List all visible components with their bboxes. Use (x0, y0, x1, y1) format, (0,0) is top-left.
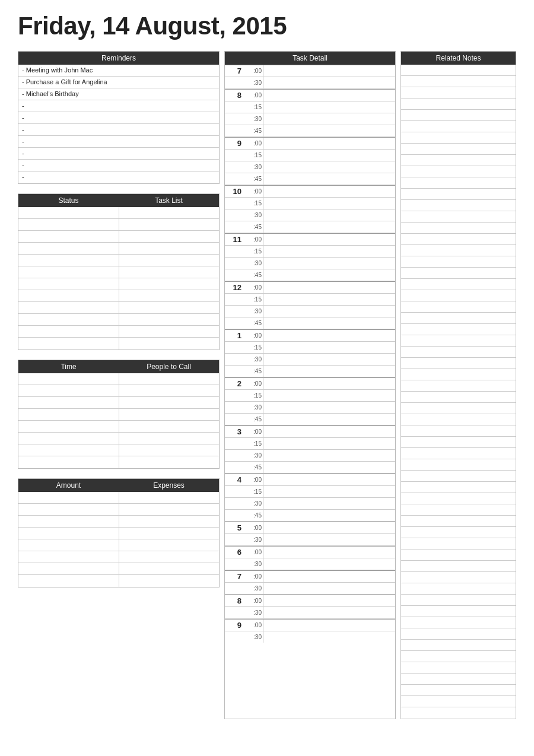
time-detail-cell[interactable] (263, 522, 395, 533)
notes-row[interactable] (401, 110, 516, 121)
notes-row[interactable] (401, 538, 516, 549)
notes-row[interactable] (401, 651, 516, 662)
time-detail-cell[interactable] (263, 65, 395, 77)
notes-row[interactable] (401, 595, 516, 606)
notes-row[interactable] (401, 448, 516, 459)
notes-row[interactable] (401, 290, 516, 301)
time-detail-cell[interactable] (263, 186, 395, 197)
time-detail-cell[interactable] (263, 125, 395, 136)
time-detail-cell[interactable] (263, 173, 395, 185)
time-detail-cell[interactable] (263, 414, 395, 425)
time-detail-cell[interactable] (263, 138, 395, 149)
notes-row[interactable] (401, 707, 516, 719)
notes-row[interactable] (401, 223, 516, 234)
time-detail-cell[interactable] (263, 77, 395, 88)
notes-row[interactable] (401, 516, 516, 527)
notes-row[interactable] (401, 279, 516, 290)
notes-row[interactable] (401, 403, 516, 414)
notes-row[interactable] (401, 245, 516, 256)
notes-row[interactable] (401, 696, 516, 707)
time-detail-cell[interactable] (263, 342, 395, 353)
time-detail-cell[interactable] (263, 198, 395, 209)
time-detail-cell[interactable] (263, 330, 395, 341)
time-detail-cell[interactable] (263, 558, 395, 570)
notes-row[interactable] (401, 268, 516, 279)
time-detail-cell[interactable] (263, 366, 395, 377)
time-detail-cell[interactable] (263, 282, 395, 293)
time-detail-cell[interactable] (263, 209, 395, 221)
notes-row[interactable] (401, 121, 516, 132)
notes-row[interactable] (401, 177, 516, 189)
time-detail-cell[interactable] (263, 474, 395, 485)
notes-row[interactable] (401, 662, 516, 674)
notes-row[interactable] (401, 459, 516, 471)
time-detail-cell[interactable] (263, 378, 395, 389)
notes-row[interactable] (401, 256, 516, 268)
notes-row[interactable] (401, 425, 516, 437)
notes-row[interactable] (401, 549, 516, 561)
notes-row[interactable] (401, 628, 516, 640)
notes-row[interactable] (401, 76, 516, 87)
time-detail-cell[interactable] (263, 450, 395, 461)
time-detail-cell[interactable] (263, 101, 395, 113)
time-detail-cell[interactable] (263, 607, 395, 618)
notes-row[interactable] (401, 380, 516, 392)
time-detail-cell[interactable] (263, 113, 395, 125)
notes-row[interactable] (401, 583, 516, 595)
notes-row[interactable] (401, 617, 516, 628)
time-detail-cell[interactable] (263, 317, 395, 329)
notes-row[interactable] (401, 437, 516, 448)
time-detail-cell[interactable] (263, 402, 395, 413)
notes-row[interactable] (401, 493, 516, 504)
time-detail-cell[interactable] (263, 631, 395, 643)
time-detail-cell[interactable] (263, 90, 395, 101)
time-detail-cell[interactable] (263, 571, 395, 582)
notes-row[interactable] (401, 99, 516, 110)
time-detail-cell[interactable] (263, 462, 395, 473)
notes-row[interactable] (401, 144, 516, 155)
time-detail-cell[interactable] (263, 161, 395, 173)
notes-row[interactable] (401, 166, 516, 177)
time-detail-cell[interactable] (263, 234, 395, 245)
time-detail-cell[interactable] (263, 354, 395, 365)
time-detail-cell[interactable] (263, 498, 395, 509)
time-detail-cell[interactable] (263, 620, 395, 631)
time-detail-cell[interactable] (263, 390, 395, 401)
notes-row[interactable] (401, 606, 516, 617)
notes-row[interactable] (401, 685, 516, 696)
time-detail-cell[interactable] (263, 294, 395, 305)
notes-row[interactable] (401, 335, 516, 347)
notes-row[interactable] (401, 200, 516, 211)
time-detail-cell[interactable] (263, 583, 395, 594)
notes-row[interactable] (401, 414, 516, 425)
time-detail-cell[interactable] (263, 486, 395, 497)
time-detail-cell[interactable] (263, 306, 395, 317)
notes-row[interactable] (401, 313, 516, 324)
notes-row[interactable] (401, 674, 516, 685)
notes-row[interactable] (401, 482, 516, 493)
time-detail-cell[interactable] (263, 150, 395, 161)
notes-row[interactable] (401, 561, 516, 572)
time-detail-cell[interactable] (263, 595, 395, 606)
time-detail-cell[interactable] (263, 269, 395, 281)
time-detail-cell[interactable] (263, 438, 395, 449)
time-detail-cell[interactable] (263, 246, 395, 257)
notes-row[interactable] (401, 155, 516, 166)
time-detail-cell[interactable] (263, 426, 395, 437)
time-detail-cell[interactable] (263, 534, 395, 545)
notes-row[interactable] (401, 189, 516, 200)
time-detail-cell[interactable] (263, 547, 395, 558)
notes-row[interactable] (401, 65, 516, 76)
time-detail-cell[interactable] (263, 258, 395, 269)
notes-row[interactable] (401, 234, 516, 245)
notes-row[interactable] (401, 392, 516, 403)
notes-row[interactable] (401, 572, 516, 583)
notes-row[interactable] (401, 87, 516, 99)
notes-row[interactable] (401, 358, 516, 369)
notes-row[interactable] (401, 504, 516, 516)
notes-row[interactable] (401, 527, 516, 538)
notes-row[interactable] (401, 301, 516, 313)
notes-row[interactable] (401, 347, 516, 358)
notes-row[interactable] (401, 211, 516, 223)
notes-row[interactable] (401, 640, 516, 651)
